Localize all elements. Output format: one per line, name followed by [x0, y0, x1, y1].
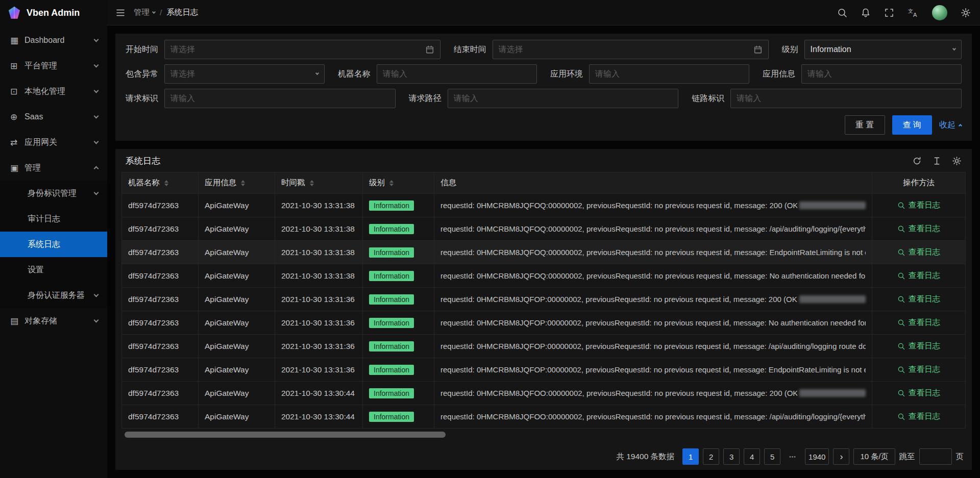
view-log-button[interactable]: 查看日志 — [897, 223, 940, 234]
reset-button[interactable]: 重 置 — [845, 115, 885, 135]
sidebar-menu: ▦ Dashboard ⊞ 平台管理 ⊡ 本地化管理 ⊕ Saas ⇄ 应用网关 — [0, 26, 107, 478]
end-time-input[interactable] — [499, 45, 749, 54]
sidebar-item[interactable]: ⊞ 平台管理 — [0, 53, 107, 79]
view-log-button[interactable]: 查看日志 — [897, 200, 940, 211]
request-path-control[interactable] — [448, 89, 679, 108]
page-button[interactable]: 3 — [723, 448, 740, 465]
search-icon[interactable] — [837, 8, 847, 18]
column-settings-gear-icon[interactable] — [952, 156, 962, 166]
table-row[interactable]: df5974d72363 ApiGateWay 2021-10-30 13:31… — [122, 241, 965, 264]
view-log-button[interactable]: 查看日志 — [897, 411, 940, 422]
level-select[interactable]: Information — [804, 40, 962, 59]
collapse-link[interactable]: 收起 — [939, 120, 962, 131]
sort-icon[interactable] — [164, 180, 168, 186]
sort-icon[interactable] — [389, 180, 394, 186]
sidebar-item[interactable]: ▦ Dashboard — [0, 28, 107, 53]
table-row[interactable]: df5974d72363 ApiGateWay 2021-10-30 13:31… — [122, 194, 965, 217]
table-row[interactable]: df5974d72363 ApiGateWay 2021-10-30 13:30… — [122, 405, 965, 429]
sidebar-item[interactable]: ⊕ Saas — [0, 104, 107, 130]
breadcrumb-parent[interactable]: 管理 — [134, 7, 155, 18]
cell-actions: 查看日志 — [872, 311, 965, 334]
topbar-right: 文 A — [837, 5, 971, 20]
end-time-picker[interactable] — [493, 40, 769, 59]
view-log-button[interactable]: 查看日志 — [897, 388, 940, 398]
sidebar-item[interactable]: ▤ 对象存储 — [0, 308, 107, 334]
column-header[interactable]: 操作方法 — [872, 172, 965, 193]
view-log-button[interactable]: 查看日志 — [897, 317, 940, 328]
table-row[interactable]: df5974d72363 ApiGateWay 2021-10-30 13:31… — [122, 335, 965, 358]
log-message: requestId: 0HMCRBM8JQFOP:00000002, previ… — [440, 342, 866, 350]
page-button[interactable]: ••• — [785, 448, 801, 465]
page-size-select[interactable]: 10 条/页 — [853, 448, 895, 465]
jump-page-input[interactable] — [919, 448, 952, 465]
column-header-label: 信息 — [440, 178, 456, 188]
scrollbar-thumb[interactable] — [125, 432, 446, 438]
sort-icon[interactable] — [241, 180, 245, 186]
notification-bell-icon[interactable] — [861, 8, 871, 18]
menu-fold-icon[interactable] — [115, 8, 126, 18]
view-log-button[interactable]: 查看日志 — [897, 364, 940, 375]
field-label: 结束时间 — [454, 44, 486, 55]
page-button[interactable]: 1940 — [805, 448, 829, 465]
table-row[interactable]: df5974d72363 ApiGateWay 2021-10-30 13:31… — [122, 217, 965, 241]
magnifier-icon — [897, 389, 905, 397]
table-row[interactable]: df5974d72363 ApiGateWay 2021-10-30 13:31… — [122, 358, 965, 382]
request-id-control[interactable] — [164, 89, 396, 108]
page-button[interactable]: 5 — [764, 448, 780, 465]
table-row[interactable]: df5974d72363 ApiGateWay 2021-10-30 13:31… — [122, 311, 965, 335]
translate-icon[interactable]: 文 A — [908, 8, 919, 18]
request-id-input[interactable] — [170, 94, 389, 103]
sidebar-item[interactable]: 审计日志 — [0, 206, 107, 232]
cell-level: Information — [363, 382, 434, 405]
view-log-button[interactable]: 查看日志 — [897, 341, 940, 351]
table-row[interactable]: df5974d72363 ApiGateWay 2021-10-30 13:30… — [122, 382, 965, 405]
sidebar-item[interactable]: ⊡ 本地化管理 — [0, 79, 107, 104]
machine-name-control[interactable] — [377, 64, 537, 84]
sidebar-item[interactable]: 身份认证服务器 — [0, 283, 107, 308]
logo[interactable]: Vben Admin — [0, 0, 107, 26]
fullscreen-icon[interactable] — [884, 8, 894, 18]
start-time-picker[interactable] — [164, 40, 440, 59]
app-info-input[interactable] — [807, 69, 955, 79]
settings-gear-icon[interactable] — [961, 8, 971, 18]
column-header[interactable]: 应用信息 — [199, 172, 275, 193]
page-button[interactable]: › — [833, 448, 849, 465]
calendar-icon — [425, 45, 434, 54]
view-log-button[interactable]: 查看日志 — [897, 247, 940, 258]
app-env-input[interactable] — [595, 69, 743, 79]
level-badge: Information — [369, 388, 414, 398]
query-button[interactable]: 查 询 — [892, 115, 932, 135]
start-time-input[interactable] — [170, 45, 421, 54]
row-height-icon[interactable] — [932, 156, 942, 166]
refresh-icon[interactable] — [912, 156, 922, 166]
table-row[interactable]: df5974d72363 ApiGateWay 2021-10-30 13:31… — [122, 264, 965, 288]
app-info-control[interactable] — [801, 64, 962, 84]
trace-id-control[interactable] — [730, 89, 962, 108]
column-header[interactable]: 时间戳 — [275, 172, 363, 193]
sidebar-item[interactable]: ⇄ 应用网关 — [0, 130, 107, 155]
view-log-button[interactable]: 查看日志 — [897, 294, 940, 305]
column-header[interactable]: 信息 — [434, 172, 872, 193]
page-button[interactable]: 2 — [703, 448, 719, 465]
page-button[interactable]: 1 — [682, 448, 699, 465]
request-path-input[interactable] — [454, 94, 673, 103]
sidebar-item[interactable]: 系统日志 — [0, 232, 107, 257]
view-log-button[interactable]: 查看日志 — [897, 270, 940, 281]
column-header[interactable]: 机器名称 — [122, 172, 199, 193]
exception-select[interactable]: 请选择 — [164, 64, 325, 84]
cell-level: Information — [363, 264, 434, 287]
filter-row-2: 包含异常 请选择 机器名称 应用环境 — [126, 64, 962, 84]
sort-icon[interactable] — [310, 180, 314, 186]
sidebar-item[interactable]: 身份标识管理 — [0, 181, 107, 206]
column-header[interactable]: 级别 — [363, 172, 434, 193]
avatar[interactable] — [932, 5, 947, 20]
page-button[interactable]: 4 — [744, 448, 760, 465]
horizontal-scrollbar[interactable] — [121, 432, 966, 438]
cell-timestamp: 2021-10-30 13:30:44 — [275, 382, 363, 405]
machine-name-input[interactable] — [383, 69, 531, 79]
app-env-control[interactable] — [589, 64, 749, 84]
trace-id-input[interactable] — [737, 94, 955, 103]
sidebar-item[interactable]: ▣ 管理 — [0, 155, 107, 181]
table-row[interactable]: df5974d72363 ApiGateWay 2021-10-30 13:31… — [122, 288, 965, 311]
sidebar-item[interactable]: 设置 — [0, 257, 107, 283]
